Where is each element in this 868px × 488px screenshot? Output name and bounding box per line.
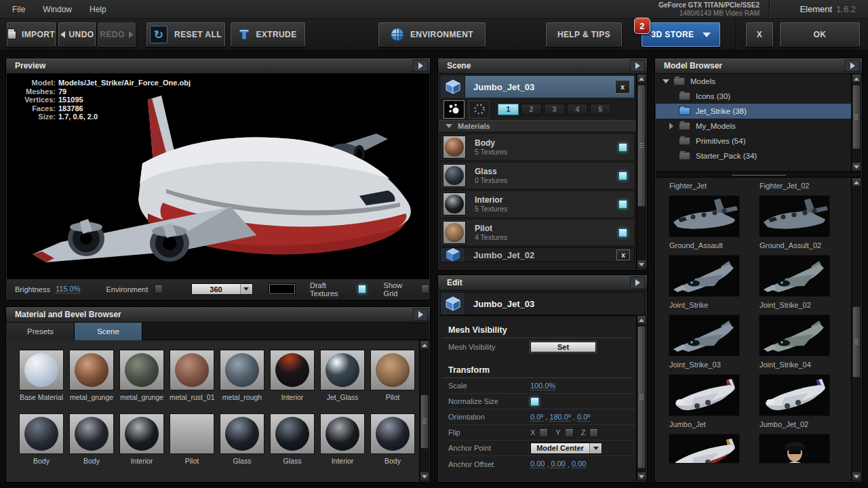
scroll-up-icon[interactable] <box>420 340 429 350</box>
scene-expand-button[interactable] <box>630 60 645 72</box>
undo-button[interactable]: UNDO <box>58 22 96 47</box>
scroll-down-icon[interactable] <box>852 162 861 171</box>
tree-item-icons[interactable]: Icons (30) <box>656 89 861 104</box>
model-item[interactable]: Joint_Strike <box>669 255 740 314</box>
flip-x-checkbox[interactable] <box>539 428 548 437</box>
store-button[interactable]: 2 3D STORE <box>642 22 720 47</box>
group-5-button[interactable]: 5 <box>590 104 611 115</box>
scene-item-jumbo-jet-02[interactable]: Jumbo_Jet_02 x <box>440 247 635 262</box>
particle-mode-button[interactable] <box>443 100 465 119</box>
scroll-down-icon[interactable] <box>637 472 646 481</box>
model-label[interactable]: Fighter_Jet_02 <box>760 182 830 190</box>
scroll-up-icon[interactable] <box>852 74 861 83</box>
anchor-point-dropdown[interactable]: Model Center <box>530 443 602 454</box>
normalize-size-checkbox[interactable] <box>530 397 539 406</box>
material-visible-checkbox[interactable] <box>618 200 627 209</box>
material-row-pilot[interactable]: Pilot4 Textures <box>440 219 635 246</box>
model-item[interactable]: Jumbo_Jet_02 <box>759 374 830 434</box>
tree-item-jet-strike[interactable]: Jet_Strike (38) <box>656 104 861 119</box>
group-4-button[interactable]: 4 <box>567 104 588 115</box>
material-tile[interactable]: Base Material <box>19 350 64 401</box>
orientation-x-value[interactable]: 0.0º <box>530 413 543 422</box>
tree-scrollbar[interactable] <box>851 74 861 171</box>
model-item[interactable] <box>759 434 830 464</box>
material-tile[interactable]: Glass <box>220 413 264 465</box>
material-tile[interactable]: metal_grunge <box>69 350 114 401</box>
group-1-button[interactable]: 1 <box>498 104 519 115</box>
model-label[interactable]: Jumbo_Jet <box>669 420 740 428</box>
environment-button[interactable]: ENVIRONMENT <box>378 22 486 47</box>
scene-item-close-button[interactable]: x <box>616 249 630 260</box>
tab-scene[interactable]: Scene <box>75 323 142 340</box>
model-label[interactable]: Joint_Strike_04 <box>760 361 830 369</box>
material-tile[interactable]: Body <box>19 413 64 465</box>
group-3-button[interactable]: 3 <box>544 104 565 115</box>
background-color-swatch[interactable] <box>269 284 295 294</box>
model-label[interactable]: Fighter_Jet <box>669 182 740 190</box>
model-label[interactable]: Joint_Strike_03 <box>669 361 740 369</box>
multi-object-mode-button[interactable] <box>469 100 490 119</box>
anchor-offset-y-value[interactable]: 0.00 <box>551 460 565 468</box>
thumbs-scrollbar[interactable] <box>851 178 861 481</box>
anchor-offset-x-value[interactable]: 0.00 <box>530 460 545 468</box>
scroll-down-icon[interactable] <box>852 472 861 481</box>
model-label[interactable]: Joint_Strike <box>669 301 740 309</box>
tree-item-primitives[interactable]: Primitives (54) <box>656 134 861 148</box>
material-tile[interactable]: Interior <box>320 413 365 465</box>
menu-help[interactable]: Help <box>90 5 106 14</box>
model-item[interactable]: Joint_Strike_04 <box>759 314 830 374</box>
model-item[interactable]: Ground_Assult_02 <box>759 195 830 255</box>
environment-checkbox[interactable] <box>155 285 163 293</box>
model-item[interactable]: Jumbo_Jet <box>669 374 740 434</box>
draft-textures-checkbox[interactable] <box>358 285 366 293</box>
tree-item-starter-pack[interactable]: Starter_Pack (34) <box>656 148 861 163</box>
material-tile[interactable]: Interior <box>270 350 315 401</box>
ok-button[interactable]: OK <box>780 22 860 47</box>
help-tips-button[interactable]: HELP & TIPS <box>546 22 622 47</box>
material-tile[interactable]: Pilot <box>170 413 214 465</box>
material-tile[interactable]: metal_grunge <box>119 350 164 401</box>
preview-expand-button[interactable] <box>413 60 428 72</box>
material-visible-checkbox[interactable] <box>618 228 627 237</box>
tab-presets[interactable]: Presets <box>7 323 75 340</box>
edit-scrollbar[interactable] <box>636 315 646 481</box>
scroll-up-icon[interactable] <box>637 74 646 83</box>
redo-button[interactable]: REDO <box>98 22 136 47</box>
scroll-down-icon[interactable] <box>420 472 429 481</box>
set-button[interactable]: Set <box>530 342 596 352</box>
tree-item-models[interactable]: Models <box>656 74 861 89</box>
material-tile[interactable]: Interior <box>119 413 164 465</box>
material-visible-checkbox[interactable] <box>618 171 627 180</box>
mbb-scrollbar[interactable] <box>419 340 429 481</box>
model-label[interactable]: Joint_Strike_02 <box>760 301 830 309</box>
scroll-down-icon[interactable] <box>637 260 646 269</box>
model-label[interactable]: Ground_Assult_02 <box>760 241 830 249</box>
rotation-dropdown[interactable]: 360 <box>191 283 253 295</box>
flip-y-checkbox[interactable] <box>565 428 574 437</box>
menu-window[interactable]: Window <box>43 5 72 14</box>
material-tile[interactable]: Body <box>69 413 114 465</box>
model-browser-expand-button[interactable] <box>845 60 860 72</box>
materials-section-header[interactable]: Materials <box>439 120 636 132</box>
material-row-interior[interactable]: Interior5 Textures <box>440 190 635 218</box>
close-button[interactable]: X <box>746 22 773 47</box>
preview-viewport[interactable]: Model:Models/Jet_Strike/Air_Force_One.ob… <box>7 74 429 279</box>
model-item[interactable]: Ground_Assault <box>669 195 740 255</box>
material-tile[interactable]: Glass <box>270 413 315 465</box>
material-tile[interactable]: Body <box>370 413 415 465</box>
material-row-body[interactable]: Body5 Textures <box>440 134 635 161</box>
model-item[interactable]: Joint_Strike_02 <box>759 255 830 314</box>
tree-splitter-handle[interactable] <box>656 171 861 178</box>
mbb-expand-button[interactable] <box>413 308 428 321</box>
model-item[interactable] <box>669 434 740 464</box>
menu-file[interactable]: File <box>12 5 25 14</box>
material-tile[interactable]: Pilot <box>370 350 415 401</box>
model-label[interactable]: Jumbo_Jet_02 <box>760 420 830 428</box>
material-tile[interactable]: metal_rust_01 <box>170 350 214 401</box>
scene-item-jumbo-jet-03[interactable]: Jumbo_Jet_03 x <box>440 75 635 98</box>
scale-value[interactable]: 100.0% <box>530 382 555 390</box>
scroll-up-icon[interactable] <box>852 178 861 187</box>
show-grid-checkbox[interactable] <box>421 285 429 293</box>
import-button[interactable]: IMPORT <box>7 22 56 47</box>
edit-expand-button[interactable] <box>630 277 645 289</box>
